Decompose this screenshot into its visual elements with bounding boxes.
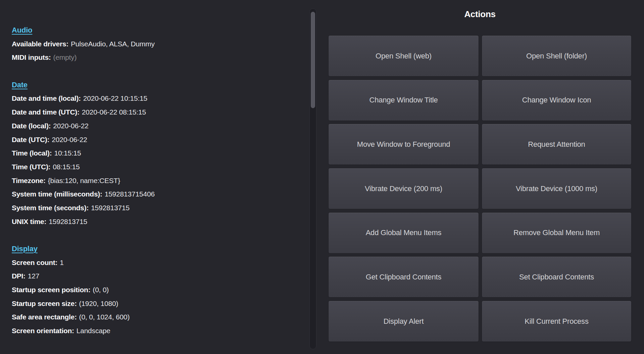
info-row-screen-orientation: Screen orientation:Landscape [12,324,155,338]
info-value: (0, 0) [93,286,109,294]
info-row-time-local: Time (local):10:15:15 [12,146,155,160]
info-value: 2020-06-22 08:15:15 [82,108,146,116]
add-global-menu-items-button[interactable]: Add Global Menu Items [328,212,479,254]
kill-current-process-button[interactable]: Kill Current Process [482,301,632,342]
info-label: Startup screen size: [12,300,77,307]
info-label: Time (UTC): [12,163,50,171]
info-label: Date and time (local): [12,94,81,102]
info-value: PulseAudio, ALSA, Dummy [71,40,155,48]
system-info-panel: Audio Available drivers:PulseAudio, ALSA… [12,24,155,352]
open-shell-web-button[interactable]: Open Shell (web) [328,35,479,77]
scrollbar-thumb[interactable] [311,12,315,108]
info-value: 1592813715 [49,218,87,225]
info-label: Date (local): [12,122,51,130]
info-label: Available drivers: [12,40,68,48]
info-value: 2020-06-22 [52,136,87,143]
section-heading-date[interactable]: Date [12,81,28,89]
info-row-midi-inputs: MIDI inputs:(empty) [12,51,155,64]
info-label: UNIX time: [12,218,46,225]
section-audio: Audio Available drivers:PulseAudio, ALSA… [12,24,155,64]
info-row-time-utc: Time (UTC):08:15:15 [12,160,155,174]
move-window-to-foreground-button[interactable]: Move Window to Foreground [328,124,479,165]
info-label: MIDI inputs: [12,53,51,61]
info-label: Date (UTC): [12,136,49,143]
info-value: 2020-06-22 [53,122,88,130]
request-attention-button[interactable]: Request Attention [482,124,632,165]
info-value: 127 [28,272,39,280]
info-label: System time (milliseconds): [12,190,102,198]
actions-title: Actions [328,9,632,19]
display-alert-button[interactable]: Display Alert [328,301,479,342]
info-row-screen-count: Screen count:1 [12,256,155,270]
info-label: Timezone: [12,177,46,184]
info-row-date-time-utc: Date and time (UTC):2020-06-22 08:15:15 [12,105,155,119]
info-row-system-time-s: System time (seconds):1592813715 [12,201,155,215]
set-clipboard-contents-button[interactable]: Set Clipboard Contents [482,256,632,298]
info-value: 1 [60,259,63,266]
info-row-available-drivers: Available drivers:PulseAudio, ALSA, Dumm… [12,37,155,51]
section-display: Display Screen count:1 DPI:127 Startup s… [12,242,155,338]
info-value: 1592813715406 [105,190,155,198]
info-value: 08:15:15 [53,163,80,171]
info-row-startup-screen-size: Startup screen size:(1920, 1080) [12,297,155,311]
info-row-system-time-ms: System time (milliseconds):1592813715406 [12,187,155,201]
get-clipboard-contents-button[interactable]: Get Clipboard Contents [328,256,479,298]
info-row-safe-area-rectangle: Safe area rectangle:(0, 0, 1024, 600) [12,310,155,324]
info-row-unix-time: UNIX time:1592813715 [12,215,155,229]
vibrate-device-200ms-button[interactable]: Vibrate Device (200 ms) [328,168,479,209]
info-label: DPI: [12,272,26,280]
info-value: (0, 0, 1024, 600) [79,313,130,321]
info-row-timezone: Timezone:{bias:120, name:CEST} [12,174,155,188]
info-value: 1592813715 [91,204,130,212]
info-value: (empty) [53,53,77,61]
info-label: Time (local): [12,149,52,157]
info-value: 10:15:15 [54,149,81,157]
info-value: (1920, 1080) [79,300,118,307]
info-row-date-local: Date (local):2020-06-22 [12,119,155,133]
info-row-dpi: DPI:127 [12,269,155,283]
info-value: Landscape [77,327,110,335]
vibrate-device-1000ms-button[interactable]: Vibrate Device (1000 ms) [482,168,632,209]
section-date: Date Date and time (local):2020-06-22 10… [12,78,155,229]
info-value: {bias:120, name:CEST} [48,177,120,184]
info-label: Safe area rectangle: [12,313,77,321]
info-row-startup-screen-position: Startup screen position:(0, 0) [12,283,155,297]
change-window-icon-button[interactable]: Change Window Icon [482,80,632,121]
info-row-date-utc: Date (UTC):2020-06-22 [12,133,155,147]
info-label: Screen count: [12,259,57,266]
open-shell-folder-button[interactable]: Open Shell (folder) [482,35,632,77]
actions-panel: Open Shell (web) Open Shell (folder) Cha… [328,35,632,342]
info-label: System time (seconds): [12,204,89,212]
section-heading-display[interactable]: Display [12,245,38,253]
scrollbar-track[interactable] [309,8,316,349]
info-value: 2020-06-22 10:15:15 [83,94,147,102]
change-window-title-button[interactable]: Change Window Title [328,80,479,121]
info-label: Startup screen position: [12,286,90,294]
info-label: Date and time (UTC): [12,108,80,116]
remove-global-menu-item-button[interactable]: Remove Global Menu Item [482,212,632,254]
info-row-date-time-local: Date and time (local):2020-06-22 10:15:1… [12,92,155,105]
section-heading-audio[interactable]: Audio [12,26,32,34]
info-label: Screen orientation: [12,327,74,335]
